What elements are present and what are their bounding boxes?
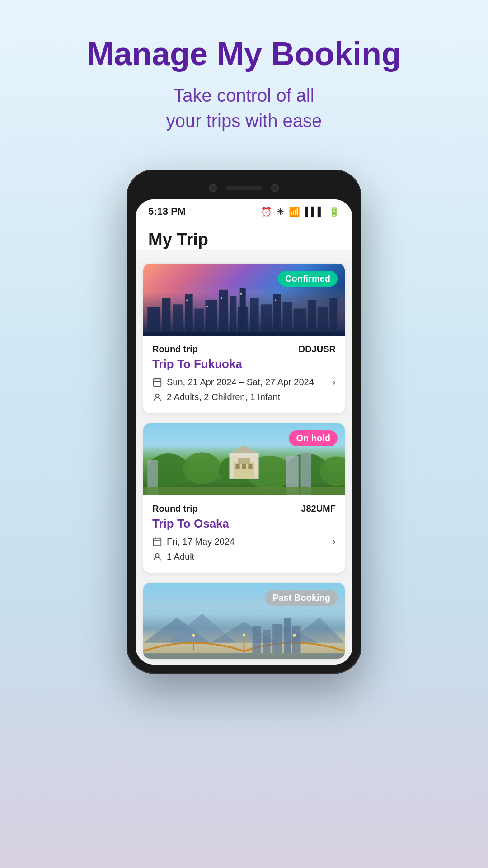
svg-point-29 (155, 394, 159, 397)
svg-rect-10 (238, 307, 248, 336)
trip-meta-osaka: Round trip J82UMF (152, 504, 336, 514)
trip-image-osaka: On hold (143, 423, 345, 495)
osaka-skyline-svg (143, 441, 345, 495)
svg-point-22 (206, 306, 208, 307)
svg-rect-66 (292, 626, 301, 653)
svg-point-68 (243, 634, 245, 637)
svg-rect-1 (147, 307, 160, 336)
page-title: Manage My Booking (87, 36, 401, 72)
svg-rect-18 (330, 298, 338, 336)
trip-code-fukuoka: DDJUSR (299, 344, 336, 354)
trip-info-osaka: Round trip J82UMF Trip To Osaka Fri, 17 … (143, 495, 345, 573)
svg-rect-61 (143, 653, 345, 659)
svg-rect-39 (238, 458, 250, 464)
svg-marker-37 (229, 445, 258, 454)
svg-rect-6 (206, 300, 217, 336)
phone-mockup: 5:13 PM ⏰ ✳ 📶 ▌▌▌ 🔋 My Trip (127, 170, 361, 674)
alarm-icon: ⏰ (261, 206, 272, 217)
status-badge-past: Past Booking (265, 590, 338, 606)
svg-rect-47 (154, 538, 161, 546)
wifi-icon: 📶 (289, 206, 300, 217)
chevron-right-osaka[interactable]: › (332, 535, 336, 548)
trip-dates-osaka: Fri, 17 May 2024 (167, 537, 328, 547)
trip-pax-osaka: 1 Adult (167, 552, 336, 562)
page-subtitle: Take control of allyour trips with ease (166, 83, 322, 133)
calendar-icon-fukuoka (152, 377, 162, 387)
svg-rect-64 (272, 624, 282, 653)
trip-card-osaka[interactable]: On hold Round trip J82UMF Trip To Osaka (143, 423, 345, 573)
svg-rect-16 (308, 300, 316, 336)
phone-speaker (226, 186, 262, 190)
svg-rect-25 (154, 379, 161, 387)
svg-rect-63 (263, 630, 271, 653)
svg-point-31 (183, 452, 221, 484)
trip-dates-fukuoka: Sun, 21 Apr 2024 – Sat, 27 Apr 2024 (167, 377, 328, 387)
svg-rect-3 (173, 305, 183, 336)
trip-info-fukuoka: Round trip DDJUSR Trip To Fukuoka Sun, 2… (143, 336, 345, 413)
front-camera (209, 184, 217, 192)
trips-scroll-container[interactable]: Confirmed Round trip DDJUSR Trip To Fuku… (136, 258, 352, 665)
svg-rect-17 (318, 307, 328, 336)
trip-name-osaka: Trip To Osaka (152, 517, 336, 531)
trip-card-fukuoka[interactable]: Confirmed Round trip DDJUSR Trip To Fuku… (143, 263, 345, 414)
person-icon-osaka (152, 552, 162, 562)
signal-icon: ▌▌▌ (305, 207, 324, 217)
svg-rect-12 (261, 305, 272, 336)
trip-pax-row-osaka: 1 Adult (152, 552, 336, 562)
screen-title: My Trip (148, 230, 340, 250)
status-icons: ⏰ ✳ 📶 ▌▌▌ 🔋 (261, 206, 340, 217)
front-camera-2 (271, 184, 279, 192)
trip-image-fukuoka: Confirmed (143, 264, 345, 336)
svg-point-67 (192, 634, 195, 637)
trip-pax-fukuoka: 2 Adults, 2 Children, 1 Infant (167, 392, 336, 402)
status-badge-confirmed: Confirmed (278, 271, 338, 287)
trip-name-fukuoka: Trip To Fukuoka (152, 357, 336, 371)
svg-rect-19 (143, 332, 345, 336)
svg-point-69 (293, 634, 296, 637)
trip-type-osaka: Round trip (152, 504, 198, 514)
svg-rect-7 (219, 290, 228, 336)
battery-icon: 🔋 (328, 206, 340, 217)
bluetooth-icon: ✳ (277, 206, 284, 217)
svg-point-20 (221, 297, 222, 299)
svg-point-51 (155, 553, 159, 557)
svg-rect-13 (273, 294, 281, 336)
person-icon-fukuoka (152, 392, 162, 402)
fukuoka-skyline-svg (143, 282, 345, 336)
svg-rect-11 (250, 298, 259, 336)
status-time: 5:13 PM (148, 206, 186, 217)
trip-dates-row-fukuoka: Sun, 21 Apr 2024 – Sat, 27 Apr 2024 › (152, 376, 336, 388)
trip-meta-fukuoka: Round trip DDJUSR (152, 344, 336, 354)
svg-rect-62 (253, 626, 261, 653)
svg-rect-46 (143, 487, 345, 496)
trip-code-osaka: J82UMF (301, 504, 336, 514)
svg-rect-8 (230, 296, 236, 336)
svg-point-24 (240, 293, 242, 295)
phone-notch (136, 179, 352, 199)
trip-type-fukuoka: Round trip (152, 344, 198, 354)
chevron-right-fukuoka[interactable]: › (332, 376, 336, 388)
trip-image-past: Past Booking (143, 583, 345, 659)
svg-point-23 (275, 299, 277, 301)
app-header: My Trip (136, 221, 352, 250)
trip-card-past[interactable]: Past Booking (143, 582, 345, 659)
trip-dates-row-osaka: Fri, 17 May 2024 › (152, 535, 336, 548)
calendar-icon-osaka (152, 537, 162, 547)
svg-rect-42 (248, 464, 252, 469)
phone-screen: 5:13 PM ⏰ ✳ 📶 ▌▌▌ 🔋 My Trip (136, 199, 352, 665)
svg-rect-40 (235, 464, 239, 469)
svg-rect-14 (282, 302, 291, 336)
status-badge-on-hold: On hold (289, 430, 338, 446)
svg-point-21 (186, 299, 188, 301)
svg-rect-41 (242, 464, 246, 469)
svg-rect-65 (284, 618, 291, 653)
trip-pax-row-fukuoka: 2 Adults, 2 Children, 1 Infant (152, 392, 336, 402)
status-bar: 5:13 PM ⏰ ✳ 📶 ▌▌▌ 🔋 (136, 199, 352, 221)
svg-rect-2 (162, 298, 171, 336)
